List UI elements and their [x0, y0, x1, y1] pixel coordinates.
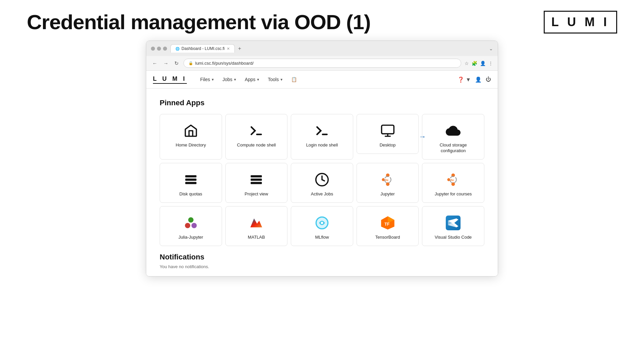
app-label-jupyter-courses: Jupyter for courses — [435, 191, 472, 197]
browser-nav-bar: ← → ↻ 🔒 lumi.csc.fi/pun/sys/dashboard/ ☆… — [146, 56, 498, 71]
svg-rect-8 — [251, 175, 262, 177]
matlab-icon — [248, 215, 265, 231]
terminal2-icon — [314, 122, 330, 139]
window-controls — [151, 47, 167, 51]
lock-icon: 🔒 — [189, 61, 193, 65]
app-card-matlab[interactable]: MATLAB — [225, 206, 288, 246]
browser-nav-icons: ☆ 🧩 👤 ⋮ — [465, 61, 493, 66]
tab-label: Dashboard - LUMI.csc.fi — [181, 46, 225, 51]
app-card-desktop[interactable]: Desktop — [357, 114, 419, 154]
app-label-compute-node-shell: Compute node shell — [237, 142, 276, 148]
url-text: lumi.csc.fi/pun/sys/dashboard/ — [195, 61, 254, 66]
jobs-chevron: ▼ — [233, 78, 237, 81]
new-tab-button[interactable]: + — [236, 45, 243, 52]
svg-text:TF: TF — [384, 222, 390, 227]
monitor-icon — [379, 122, 396, 139]
tab-bar: 🌐 Dashboard - LUMI.csc.fi ✕ + — [170, 44, 486, 53]
app-label-login-node-shell: Login node shell — [306, 142, 338, 148]
svg-rect-2 — [381, 125, 394, 134]
main-content: Pinned Apps Home Directory — [146, 88, 498, 276]
app-card-vscode[interactable]: Visual Studio Code — [422, 206, 484, 246]
svg-rect-5 — [185, 175, 196, 177]
app-label-julia-jupyter: Julia-Jupyter — [178, 235, 203, 240]
user-icon[interactable]: 👤 — [475, 76, 482, 83]
svg-point-27 — [321, 222, 323, 224]
svg-rect-9 — [251, 178, 262, 181]
minimize-dot[interactable] — [157, 47, 161, 51]
tensorflow-icon: TF — [379, 215, 396, 231]
extensions-icon[interactable]: 🧩 — [472, 61, 477, 66]
forward-button[interactable]: → — [162, 60, 170, 67]
app-label-disk-quotas: Disk quotas — [179, 191, 202, 197]
notifications-text: You have no notifications. — [160, 264, 484, 269]
address-bar[interactable]: 🔒 lumi.csc.fi/pun/sys/dashboard/ — [183, 59, 461, 68]
app-label-project-view: Project view — [245, 191, 268, 197]
app-label-mlflow: MLflow — [315, 235, 329, 240]
app-card-julia-jupyter[interactable]: Julia-Jupyter — [160, 206, 222, 246]
nav-clipboard[interactable]: 📋 — [288, 71, 300, 88]
profile-icon[interactable]: 👤 — [480, 61, 486, 66]
apps-chevron: ▼ — [257, 78, 260, 81]
desktop-arrow: → — [419, 132, 426, 141]
app-card-cloud-storage[interactable]: Cloud storage configuration — [422, 114, 484, 160]
page-header: Credential management via OOD (1) L U M … — [0, 0, 644, 41]
active-tab[interactable]: 🌐 Dashboard - LUMI.csc.fi ✕ — [170, 44, 235, 53]
apps-row-3: Julia-Jupyter — [160, 206, 484, 246]
reload-button[interactable]: ↻ — [173, 60, 180, 67]
files-chevron: ▼ — [211, 78, 214, 81]
app-card-mlflow[interactable]: MLflow — [291, 206, 353, 246]
help-icon[interactable]: ❓ ▼ — [458, 76, 471, 83]
app-card-tensorboard[interactable]: TF TensorBoard — [357, 206, 419, 246]
app-label-jupyter: Jupyter — [380, 191, 395, 197]
back-button[interactable]: ← — [151, 60, 159, 67]
bookmark-icon[interactable]: ☆ — [465, 61, 469, 66]
julia-icon — [182, 215, 199, 231]
jupyter-courses-icon: Ju — [445, 171, 462, 188]
close-dot[interactable] — [151, 47, 155, 51]
mlflow-icon — [314, 215, 330, 231]
app-card-disk-quotas[interactable]: Disk quotas — [160, 163, 222, 203]
app-label-cloud-storage: Cloud storage configuration — [428, 142, 479, 154]
browser-menu-icon[interactable]: ⋮ — [488, 61, 493, 66]
app-card-login-node-shell[interactable]: Login node shell — [291, 114, 353, 160]
nav-jobs[interactable]: Jobs ▼ — [219, 71, 240, 88]
nav-menu: Files ▼ Jobs ▼ Apps ▼ Tools ▼ 📋 — [197, 71, 300, 88]
app-logo: L U M I — [153, 75, 187, 84]
app-card-jupyter[interactable]: Ju Jupyter — [357, 163, 419, 203]
tab-close-button[interactable]: ✕ — [227, 47, 230, 51]
browser-menu-chevron[interactable]: ⌄ — [489, 46, 493, 51]
cloud-icon — [445, 122, 462, 139]
vscode-icon — [445, 215, 462, 231]
svg-point-24 — [192, 223, 197, 228]
maximize-dot[interactable] — [163, 47, 167, 51]
page-title: Credential management via OOD (1) — [27, 10, 371, 34]
nav-right-icons: ❓ ▼ 👤 ⏻ — [458, 76, 491, 83]
browser-tab-bar: 🌐 Dashboard - LUMI.csc.fi ✕ + ⌄ — [146, 41, 498, 56]
jupyter-icon: Ju — [379, 171, 396, 188]
app-card-desktop-wrapper: Desktop → — [357, 114, 419, 160]
app-label-tensorboard: TensorBoard — [375, 235, 400, 240]
app-label-matlab: MATLAB — [248, 235, 265, 240]
app-card-home-directory[interactable]: Home Directory — [160, 114, 222, 160]
apps-row-2: Disk quotas Project view — [160, 163, 484, 203]
svg-rect-7 — [185, 182, 196, 184]
svg-point-22 — [188, 217, 194, 223]
nav-apps[interactable]: Apps ▼ — [241, 71, 263, 88]
project-view-icon — [248, 171, 265, 188]
svg-rect-6 — [185, 178, 196, 181]
pinned-apps-title: Pinned Apps — [160, 99, 484, 107]
svg-text:Ju: Ju — [384, 178, 388, 181]
app-label-desktop: Desktop — [380, 142, 396, 148]
nav-files[interactable]: Files ▼ — [197, 71, 218, 88]
app-label-vscode: Visual Studio Code — [435, 235, 472, 240]
svg-text:Ju: Ju — [450, 178, 454, 181]
clock-icon — [314, 171, 330, 188]
app-card-compute-node-shell[interactable]: Compute node shell — [225, 114, 288, 160]
app-card-active-jobs[interactable]: Active Jobs — [291, 163, 353, 203]
nav-tools[interactable]: Tools ▼ — [264, 71, 286, 88]
app-card-project-view[interactable]: Project view — [225, 163, 288, 203]
svg-point-23 — [185, 223, 190, 228]
terminal-icon — [248, 122, 265, 139]
logout-icon[interactable]: ⏻ — [486, 76, 491, 82]
app-card-jupyter-courses[interactable]: Ju Jupyter for courses — [422, 163, 484, 203]
